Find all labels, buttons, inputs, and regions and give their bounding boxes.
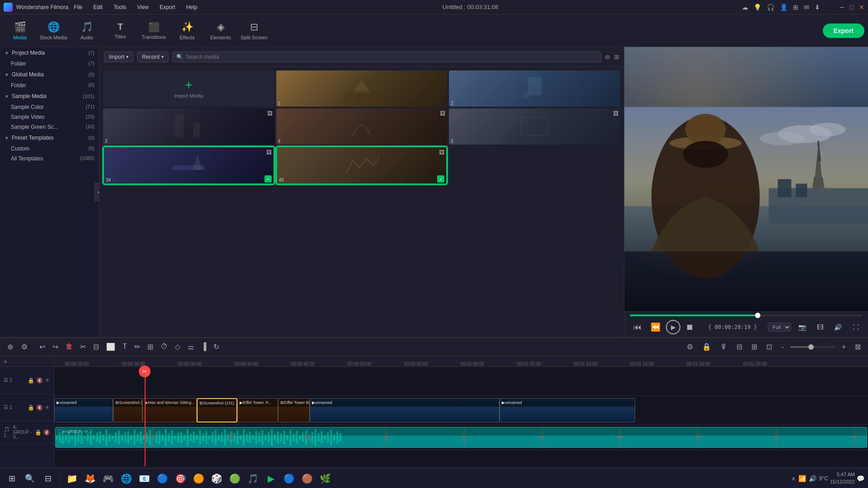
- add-track-icon[interactable]: ⊕: [5, 341, 16, 353]
- toolbar-elements[interactable]: ◈ Elements: [204, 16, 237, 45]
- track-2-lock[interactable]: 🔒: [28, 377, 34, 384]
- audio-clip-main[interactable]: 🎵 A-GROUP - V... // Draw waveform bars f…: [55, 427, 867, 448]
- step-back-button[interactable]: ⏪: [647, 320, 664, 334]
- scrubber-thumb[interactable]: [755, 313, 760, 318]
- panel-collapse-button[interactable]: ◀: [94, 183, 99, 201]
- toolbar-effects[interactable]: ✨ Effects: [171, 16, 203, 45]
- timeline-settings-icon[interactable]: ⚙: [19, 341, 30, 353]
- media-item-45[interactable]: 🖼 45 ✓: [276, 146, 448, 184]
- timeline-crop-icon[interactable]: ⊡: [764, 341, 775, 353]
- delete-button[interactable]: 🗑: [63, 341, 75, 353]
- taskbar-app3[interactable]: 🎯: [172, 470, 189, 487]
- zoom-thumb[interactable]: [808, 344, 814, 350]
- diamond-tool[interactable]: ◇: [172, 341, 183, 353]
- select-tool[interactable]: ⬜: [104, 341, 118, 353]
- taskbar-app7[interactable]: 🎵: [245, 470, 261, 487]
- audio-mute[interactable]: 🔇: [43, 429, 50, 436]
- system-clock[interactable]: 5:47 AM 15/12/2022: [830, 471, 855, 485]
- taskbar-app8[interactable]: 🔵: [281, 470, 297, 487]
- taskbar-explorer[interactable]: 📁: [64, 470, 80, 487]
- clip-eiffel-2[interactable]: ⊞ Eiffel Tower Be...: [278, 398, 310, 422]
- start-button[interactable]: ⊞: [4, 470, 20, 487]
- search-input[interactable]: [186, 54, 597, 60]
- filter-icon[interactable]: ⊜: [605, 53, 610, 61]
- transform-tool[interactable]: ⊞: [145, 341, 156, 353]
- tray-volume[interactable]: 🔊: [809, 475, 816, 482]
- clip-unnamed-last[interactable]: ▶ unnamed: [500, 398, 635, 422]
- audio-tool[interactable]: ⏱: [158, 341, 170, 353]
- grid-icon[interactable]: ⊞: [793, 4, 798, 11]
- media-item-3[interactable]: 🖼 3: [103, 108, 274, 145]
- minimize-button[interactable]: ─: [840, 4, 844, 11]
- section-project-media[interactable]: ▼ Project Media (7): [0, 47, 99, 59]
- taskbar-app9[interactable]: 🟤: [299, 470, 315, 487]
- all-templates[interactable]: All Templates (1085): [0, 154, 99, 164]
- track-2-mute[interactable]: 🔇: [36, 377, 43, 384]
- taskbar-firefox[interactable]: 🦊: [82, 470, 98, 487]
- taskbar-app1[interactable]: 📧: [136, 470, 152, 487]
- taskbar-app10[interactable]: 🌿: [317, 470, 333, 487]
- camera-icon[interactable]: 🎞: [813, 322, 827, 333]
- media-item-4[interactable]: 🖼 4: [276, 108, 448, 145]
- media-item-5[interactable]: 🖼 5: [449, 108, 620, 145]
- redo-button[interactable]: ↪: [50, 341, 61, 353]
- clip-eiffel-1[interactable]: ▶ Eiffel Tower, P...: [237, 398, 278, 422]
- section-preset-templates[interactable]: ▼ Preset Templates (0): [0, 132, 99, 144]
- custom-templates[interactable]: Custom (0): [0, 144, 99, 154]
- clip-unnamed-large[interactable]: ▶ unnamed: [310, 398, 500, 422]
- timeline-tracks[interactable]: 00:00:25:00 00:00:30:00 00:00:35:00 00:0…: [54, 356, 868, 468]
- menu-file[interactable]: File: [72, 3, 84, 11]
- toolbar-transitions[interactable]: ⬛ Transitions: [137, 16, 170, 45]
- zoom-out-button[interactable]: -: [778, 342, 786, 352]
- crop-tool[interactable]: ⊟: [90, 341, 102, 353]
- user-icon[interactable]: 👤: [780, 4, 788, 11]
- media-item-2[interactable]: 2: [449, 70, 620, 107]
- menu-edit[interactable]: Edit: [92, 3, 105, 11]
- export-button[interactable]: Export: [823, 23, 864, 38]
- pencil-tool[interactable]: ✏: [132, 341, 143, 353]
- close-button[interactable]: ✕: [859, 4, 864, 11]
- media-item-34[interactable]: 🖼 34 ✓: [103, 146, 274, 184]
- text-tool[interactable]: T: [120, 341, 130, 353]
- timeline-mic-icon[interactable]: 🎙: [717, 341, 730, 353]
- menu-tools[interactable]: Tools: [112, 3, 128, 11]
- menu-export[interactable]: Export: [158, 3, 177, 11]
- record-button[interactable]: Record ▾: [137, 52, 169, 62]
- timeline-lock-icon[interactable]: 🔒: [699, 341, 714, 353]
- taskbar-filmora[interactable]: ▶: [263, 470, 279, 487]
- sample-color[interactable]: Sample Color (71): [0, 102, 99, 112]
- import-area[interactable]: + Import Media: [103, 70, 274, 107]
- clip-screenshot-231[interactable]: ⊞ Screenshot (231): [197, 398, 237, 422]
- undo-button[interactable]: ↩: [37, 341, 48, 353]
- stop-button[interactable]: ⏹: [682, 321, 698, 334]
- toolbar-stock-media[interactable]: 🌐 Stock Media: [37, 16, 70, 45]
- clip-unnamed-1[interactable]: ▶ unnamed: [54, 398, 113, 422]
- fit-to-window-icon[interactable]: ⊠: [852, 341, 863, 353]
- toolbar-split-screen[interactable]: ⊟ Split Screen: [238, 16, 270, 45]
- audio-lock[interactable]: 🔒: [35, 429, 42, 436]
- section-sample-media[interactable]: ▼ Sample Media (101): [0, 90, 99, 102]
- folder-project-media[interactable]: Folder (7): [0, 59, 99, 69]
- menu-help[interactable]: Help: [184, 3, 199, 11]
- headphone-icon[interactable]: 🎧: [767, 4, 774, 11]
- tray-arrow[interactable]: ∧: [792, 475, 796, 482]
- track-2-eye[interactable]: 👁: [45, 377, 50, 384]
- timeline-split-icon[interactable]: ⊞: [749, 341, 760, 353]
- search-taskbar-button[interactable]: 🔍: [22, 470, 38, 487]
- import-button[interactable]: Import ▾: [104, 52, 133, 62]
- download-icon[interactable]: ⬇: [815, 4, 820, 11]
- taskbar-app4[interactable]: 🟠: [190, 470, 207, 487]
- track-1-lock[interactable]: 🔒: [28, 404, 34, 411]
- clip-screenshot-230[interactable]: ⊞ Screenshot (230...: [113, 398, 142, 422]
- maximize-button[interactable]: □: [850, 4, 854, 11]
- toolbar-audio[interactable]: 🎵 Audio: [71, 16, 103, 45]
- screenshot-button[interactable]: 📷: [795, 322, 810, 333]
- skip-back-button[interactable]: ⏮: [630, 321, 645, 334]
- grid-view-icon[interactable]: ⊞: [614, 53, 619, 61]
- lightbulb-icon[interactable]: 💡: [754, 4, 761, 11]
- fullscreen-button[interactable]: ⛶: [849, 322, 863, 333]
- mixer-tool[interactable]: ⚌: [185, 341, 197, 353]
- timeline-snap-icon[interactable]: ⚙: [684, 341, 696, 353]
- taskbar-app6[interactable]: 🟢: [226, 470, 243, 487]
- taskbar-chrome[interactable]: 🌐: [118, 470, 134, 487]
